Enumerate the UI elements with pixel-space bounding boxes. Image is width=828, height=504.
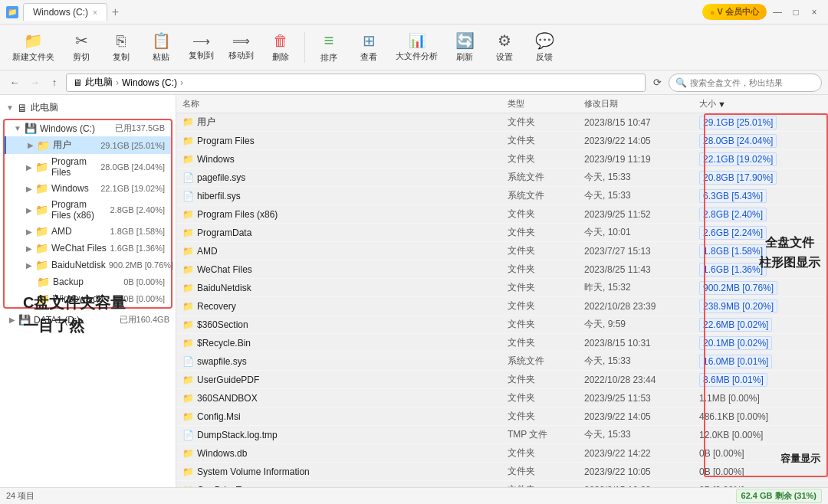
folder-icon: 📁 [182,448,194,459]
sidebar-item-users[interactable]: ▶ 📁 用户 29.1GB [25.01%] [5,136,171,154]
table-row[interactable]: 📁Recovery 文件夹 2022/10/28 23:39 238.9MB [… [176,297,828,316]
address-path[interactable]: 🖥 此电脑 › Windows (C:) › [66,74,646,92]
refresh-label: 刷新 [456,51,473,63]
table-row[interactable]: 📁System Volume Information 文件夹 2023/9/22… [176,463,828,481]
item-count: 24 项目 [6,490,34,502]
view-label: 查看 [360,51,377,63]
sidebar-drive-c-header[interactable]: ▼ 💾 Windows (C:) 已用137.5GB [5,120,171,136]
settings-button[interactable]: ⚙ 设置 [485,28,524,67]
title-left: 📁 Windows (C:) × + [6,3,119,21]
backup-size: 0B [0.00%] [123,277,165,286]
baidu-folder-icon: 📁 [35,259,48,271]
table-row[interactable]: 📁ProgramData 文件夹 今天, 10:01 2.6GB [2.24%] [176,224,828,242]
table-row[interactable]: 📁用户 文件夹 2023/8/15 10:47 29.1GB [25.01%] [176,113,828,132]
active-tab[interactable]: Windows (C:) × [23,3,107,21]
drive-d-used: 已用160.4GB [120,314,169,326]
folder-icon: 📁 [182,227,194,238]
table-row[interactable]: 📄hiberfil.sys 系统文件 今天, 15:33 6.3GB [5.43… [176,187,828,205]
pc-chevron-icon: ▼ [6,103,14,112]
col-date-header[interactable]: 修改日期 [584,98,699,110]
sidebar-pc-label: 此电脑 [31,101,58,114]
address-refresh-button[interactable]: ⟳ [649,74,665,91]
drive-c-chevron-icon: ▼ [14,124,21,133]
feedback-button[interactable]: 💬 反馈 [525,28,564,67]
copy-to-button[interactable]: ⟶ 复制到 [182,28,220,67]
refresh-button[interactable]: 🔄 刷新 [445,28,484,67]
title-bar: 📁 Windows (C:) × + ● V 会员中心 — □ × [0,0,828,25]
drive-c-used: 已用137.5GB [115,123,165,134]
folder-icon: 📁 [182,116,194,127]
paste-label: 粘贴 [153,51,169,63]
close-button[interactable]: × [807,5,822,20]
add-tab-button[interactable]: + [112,5,119,19]
sort-icon: ≡ [324,31,334,51]
col-type-header[interactable]: 类型 [508,98,584,110]
sidebar-item-windows[interactable]: ▶ 📁 Windows 22.1GB [19.02%] [5,180,171,197]
cut-icon: ✂ [75,31,88,50]
table-row[interactable]: 📁Windows 文件夹 2023/9/19 11:19 22.1GB [19.… [176,150,828,169]
table-row[interactable]: 📁Program Files (x86) 文件夹 2023/9/25 11:52… [176,205,828,224]
sidebar-item-wechat[interactable]: ▶ 📁 WeChat Files 1.6GB [1.36%] [5,240,171,257]
drive-c-label: Windows (C:) [40,123,112,134]
sidebar-item-pf-x86[interactable]: ▶ 📁 Program Files (x86) 2.8GB [2.40%] [5,197,171,223]
pf-chevron: ▶ [26,163,32,172]
move-to-button[interactable]: ⟹ 移动到 [222,28,260,67]
table-row[interactable]: 📁UserGuidePDF 文件夹 2022/10/28 23:44 8.6MB… [176,371,828,389]
col-size-header[interactable]: 大小 ▼ [699,98,822,110]
drive-d-chevron-icon: ▶ [9,316,15,324]
minimize-button[interactable]: — [770,5,785,20]
table-row[interactable]: 📁$Recycle.Bin 文件夹 2023/8/15 10:31 20.1MB… [176,334,828,352]
search-input[interactable] [690,78,815,87]
view-icon: ⊞ [363,31,376,50]
windowsdb-size: 0B [0.00%] [123,294,165,303]
table-row[interactable]: 📁AMD 文件夹 2023/7/27 15:13 1.8GB [1.58%] [176,242,828,260]
table-row[interactable]: 📁OneDriveTemp 文件夹 2023/8/15 10:32 0B [0.… [176,481,828,487]
maximize-button[interactable]: □ [788,5,803,20]
delete-label: 删除 [272,51,289,63]
table-row[interactable]: 📄swapfile.sys 系统文件 今天, 15:33 16.0MB [0.0… [176,352,828,371]
refresh-icon: 🔄 [455,31,475,50]
member-center-button[interactable]: ● V 会员中心 [702,4,767,20]
table-row[interactable]: 📁BaiduNetdisk 文件夹 昨天, 15:32 900.2MB [0.7… [176,279,828,297]
sort-label: 排序 [320,52,337,64]
cut-button[interactable]: ✂ 剪切 [62,28,100,67]
copy-label: 复制 [113,51,130,63]
view-button[interactable]: ⊞ 查看 [350,28,388,67]
baidu-size: 900.2MB [0.76%] [109,260,173,270]
sidebar-item-baidu[interactable]: ▶ 📁 BaiduNetdisk 900.2MB [0.76%] [5,257,171,273]
settings-icon: ⚙ [498,31,511,50]
paste-button[interactable]: 📋 粘贴 [142,28,180,67]
table-row[interactable]: 📄pagefile.sys 系统文件 今天, 15:33 20.8GB [17.… [176,169,828,187]
table-row[interactable]: 📁Config.Msi 文件夹 2023/9/22 14:05 486.1KB … [176,407,828,426]
back-button[interactable]: ← [6,74,23,91]
search-box[interactable]: 🔍 [669,74,822,92]
move-to-label: 移动到 [228,50,254,61]
col-name-header[interactable]: 名称 [182,98,508,110]
paste-icon: 📋 [152,31,171,50]
copy-to-icon: ⟶ [192,34,210,48]
new-folder-label: 新建文件夹 [12,51,54,63]
folder-icon: 📁 [182,393,194,404]
path-drive: Windows (C:) [122,77,177,88]
table-row[interactable]: 📁WeChat Files 文件夹 2023/8/25 11:43 1.6GB … [176,260,828,279]
amd-label: AMD [51,226,107,237]
tab-close-button[interactable]: × [93,8,97,17]
sidebar-item-backup[interactable]: 📁 Backup 0B [0.00%] [5,273,171,290]
up-button[interactable]: ↑ [46,74,63,91]
table-row[interactable]: 📄DumpStack.log.tmp TMP 文件 今天, 15:33 12.0… [176,426,828,444]
analyze-button[interactable]: 📊 大文件分析 [389,28,444,67]
copy-button[interactable]: ⎘ 复制 [102,28,140,67]
new-folder-button[interactable]: 📁 新建文件夹 [6,28,61,67]
table-row[interactable]: 📁Program Files 文件夹 2023/9/22 14:05 28.0G… [176,132,828,150]
forward-button[interactable]: → [26,74,43,91]
pfx86-label: Program Files (x86) [51,199,107,221]
delete-button[interactable]: 🗑 删除 [261,28,300,67]
table-row[interactable]: 📁360SANDBOX 文件夹 2023/9/25 11:53 1.1MB [0… [176,389,828,407]
sidebar-item-program-files[interactable]: ▶ 📁 Program Files 28.0GB [24.04%] [5,154,171,180]
table-row[interactable]: 📁$360Section 文件夹 今天, 9:59 22.6MB [0.02%] [176,316,828,334]
sidebar-item-amd[interactable]: ▶ 📁 AMD 1.8GB [1.58%] [5,223,171,240]
sidebar-pc-header[interactable]: ▼ 🖥 此电脑 [0,98,176,117]
toolbar: 📁 新建文件夹 ✂ 剪切 ⎘ 复制 📋 粘贴 ⟶ 复制到 ⟹ 移动到 🗑 删除 [0,25,828,70]
sort-button[interactable]: ≡ 排序 [310,28,348,67]
table-row[interactable]: 📁Windows.db 文件夹 2023/9/22 14:22 0B [0.00… [176,444,828,463]
